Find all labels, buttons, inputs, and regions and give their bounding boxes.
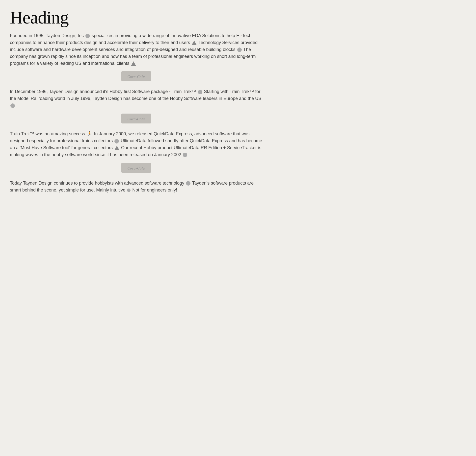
svg-text:Coca-Cola: Coca-Cola xyxy=(128,117,145,121)
paragraph-2: In December 1996, Tayden Design announce… xyxy=(10,88,263,109)
p2-text-1: In December 1996, Tayden Design announce… xyxy=(10,89,197,94)
p1-text: Founded in 1995, Tayden Design, Inc xyxy=(10,33,85,38)
circle-icon-3 xyxy=(198,90,202,94)
circle-icon-5 xyxy=(114,139,119,144)
triangle-icon-3 xyxy=(114,146,119,150)
divider-1: Coca-Cola xyxy=(10,71,263,82)
triangle-icon-1 xyxy=(192,41,197,45)
circle-icon-4 xyxy=(10,103,15,108)
coca-cola-logo-1: Coca-Cola xyxy=(121,71,151,81)
p3-text-1: Train Trek™ was an amazing success xyxy=(10,131,86,136)
page-heading: Heading xyxy=(10,7,263,28)
triangle-icon-2 xyxy=(131,61,136,66)
coca-cola-logo-3: Coca-Cola xyxy=(121,163,151,173)
paragraph-4: Today Tayden Design continues to provide… xyxy=(10,180,263,194)
paragraph-3: Train Trek™ was an amazing success 🏃 In … xyxy=(10,131,263,158)
coca-cola-logo-2: Coca-Cola xyxy=(121,114,151,123)
circle-icon-6 xyxy=(183,153,187,157)
circle-icon xyxy=(85,34,90,38)
circle-icon-8 xyxy=(127,189,131,192)
divider-3: Coca-Cola xyxy=(10,163,263,174)
svg-text:Coca-Cola: Coca-Cola xyxy=(128,167,145,170)
paragraph-1: Founded in 1995, Tayden Design, Inc spec… xyxy=(10,32,263,67)
p4-text-1: Today Tayden Design continues to provide… xyxy=(10,181,185,186)
p4-text-3: Not for engineers only! xyxy=(132,188,177,192)
divider-2: Coca-Cola xyxy=(10,114,263,125)
circle-icon-2 xyxy=(237,48,242,52)
running-icon: 🏃 xyxy=(87,131,92,138)
circle-icon-7 xyxy=(186,181,190,186)
svg-text:Coca-Cola: Coca-Cola xyxy=(128,75,145,79)
